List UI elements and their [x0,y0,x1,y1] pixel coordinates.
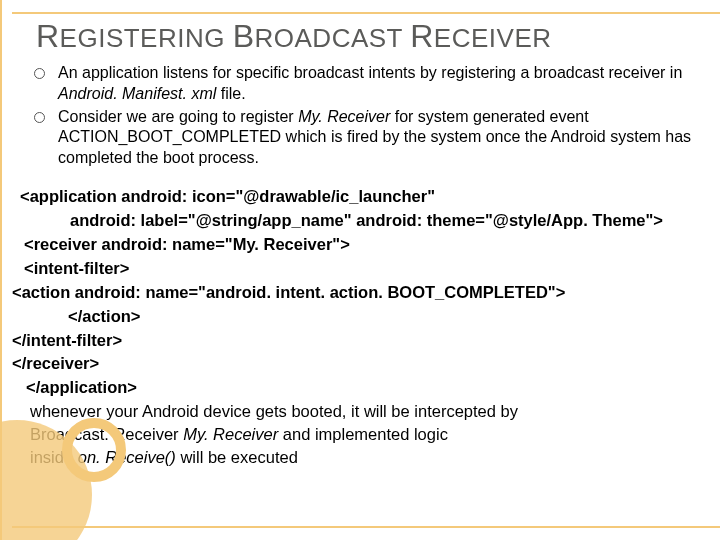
ring-icon [62,418,126,482]
bullet-item: Consider we are going to register My. Re… [34,107,720,171]
top-rule [12,12,720,14]
bullet-item: An application listens for specific broa… [34,63,720,107]
slide: REGISTERING BROADCAST RECEIVER An applic… [0,0,720,540]
slide-title: REGISTERING BROADCAST RECEIVER [2,0,720,63]
bullet-list: An application listens for specific broa… [34,63,720,171]
code-block: <application android: icon="@drawable/ic… [12,185,714,400]
bottom-rule [12,526,720,528]
